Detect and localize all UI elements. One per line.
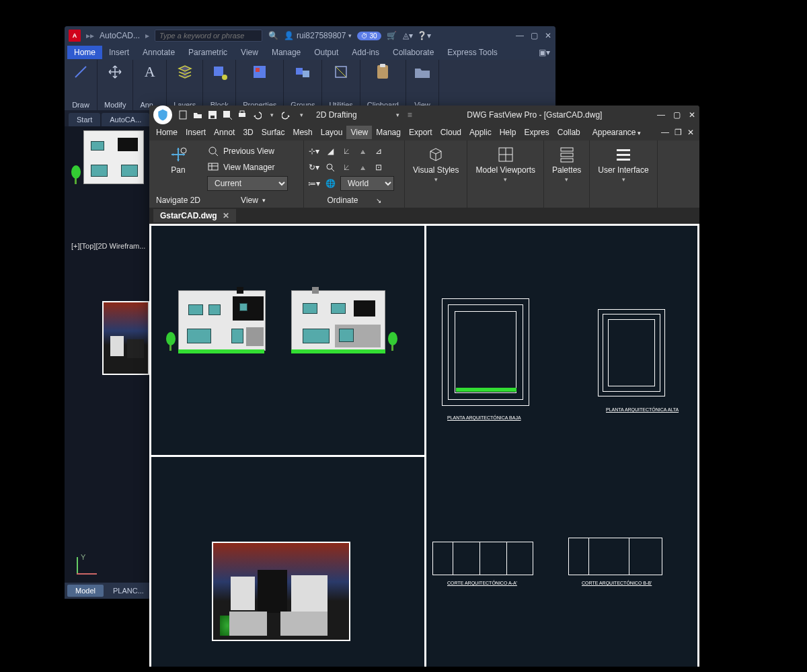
app-switcher-icon[interactable]: ◬▾ <box>403 30 414 41</box>
tab-manage[interactable]: Manage <box>265 46 307 59</box>
ucs-icon-s4[interactable]: ⟁ <box>356 145 369 157</box>
undo-icon[interactable] <box>252 110 262 120</box>
file-tab-drawing[interactable]: AutoCA... <box>102 113 149 126</box>
file-tab-start[interactable]: Start <box>69 113 100 126</box>
trial-badge[interactable]: ⏱ 30 <box>357 32 381 40</box>
tab-annotate[interactable]: Annotate <box>136 46 182 59</box>
maximize-button[interactable]: ▢ <box>673 110 681 120</box>
save-icon[interactable] <box>207 110 218 120</box>
viewport-divider-h[interactable] <box>151 455 424 457</box>
viewport-divider-v[interactable] <box>424 226 426 667</box>
tab-layout[interactable]: Layou <box>317 126 347 139</box>
tab-help[interactable]: Help <box>496 126 521 139</box>
ucs-icon-s3[interactable]: ⟀ <box>340 145 352 157</box>
user-account[interactable]: 👤 rui827589807 ▾ <box>284 31 352 40</box>
tab-collab[interactable]: Collab <box>553 126 584 139</box>
tab-view[interactable]: View <box>346 126 372 139</box>
tab-addins[interactable]: Add-ins <box>345 46 386 59</box>
layout-model[interactable]: Model <box>67 585 104 597</box>
ucs-select[interactable]: World <box>340 176 394 191</box>
autocad-titlebar[interactable]: A ▸▸ AutoCAD... ▸ 🔍 👤 rui827589807 ▾ ⏱ 3… <box>65 26 555 45</box>
ribbon-block[interactable]: Block <box>203 60 236 110</box>
ribbon-draw[interactable]: Draw <box>65 60 98 110</box>
ribbon-properties[interactable]: Properties <box>236 60 284 110</box>
ribbon-collapse-icon[interactable]: ▣▾ <box>539 48 550 57</box>
qat-customize-icon[interactable]: ≡ <box>408 110 412 120</box>
ucs-icon-s1[interactable]: ⊹▾ <box>308 145 320 157</box>
open-icon[interactable] <box>192 110 203 120</box>
mdi-minimize-icon[interactable]: — <box>661 128 669 137</box>
tab-home[interactable]: Home <box>152 126 182 139</box>
ucs-icon-s9[interactable]: ⊡ <box>373 161 385 173</box>
tab-manage[interactable]: Manag <box>372 126 405 139</box>
mdi-restore-icon[interactable]: ❐ <box>675 128 682 137</box>
ribbon-annotate[interactable]: AAnn... <box>133 60 167 110</box>
ui-button[interactable]: User Interface ▾ <box>594 143 652 184</box>
new-icon[interactable] <box>178 110 188 120</box>
panel-label-navigate[interactable]: Navigate 2D <box>153 194 203 206</box>
ucs-icon-s8[interactable]: ⟁ <box>356 161 369 173</box>
tab-insert[interactable]: Insert <box>102 46 136 59</box>
redo-icon[interactable] <box>281 110 292 120</box>
cart-icon[interactable]: 🛒 <box>387 30 397 41</box>
search-box[interactable] <box>155 30 262 42</box>
ucs-icon-s6[interactable]: ↻▾ <box>308 161 320 173</box>
pan-button[interactable]: Pan <box>153 143 203 176</box>
tab-applic[interactable]: Applic <box>465 126 496 139</box>
tab-insert[interactable]: Insert <box>182 126 210 139</box>
fastview-viewport[interactable]: PLANTA ARQUITECTÓNICA BAJA PLANTA ARQUIT… <box>149 224 699 667</box>
close-button[interactable]: ✕ <box>545 31 551 40</box>
ribbon-layers[interactable]: Layers <box>167 60 203 110</box>
maximize-button[interactable]: ▢ <box>531 31 538 40</box>
view-manager-button[interactable]: View Manager <box>223 163 275 172</box>
tab-express[interactable]: Expres <box>520 126 553 139</box>
ribbon-groups[interactable]: Groups <box>284 60 322 110</box>
viewport-label[interactable]: [+][Top][2D Wirefram... <box>71 242 145 250</box>
panel-label-view[interactable]: View▾ <box>207 194 299 206</box>
tab-parametric[interactable]: Parametric <box>182 46 234 59</box>
tab-export[interactable]: Export <box>405 126 436 139</box>
file-tab[interactable]: GstarCAD.dwg ✕ <box>153 209 236 222</box>
help-icon[interactable]: ❔▾ <box>419 30 430 41</box>
mdi-close-icon[interactable]: ✕ <box>687 128 694 137</box>
view-select[interactable]: Current <box>207 176 288 191</box>
palettes-button[interactable]: Palettes ▾ <box>548 143 585 184</box>
fastview-titlebar[interactable]: ▾ ▾ 2D Drafting ▾ ≡ DWG FastView Pro - [… <box>149 106 699 124</box>
close-tab-icon[interactable]: ✕ <box>223 211 229 220</box>
zoom-prev-icon[interactable] <box>207 145 219 157</box>
tab-appearance[interactable]: Appearance▾ <box>588 126 645 139</box>
undo-dropdown-icon[interactable]: ▾ <box>266 110 277 120</box>
minimize-button[interactable]: — <box>657 110 665 120</box>
tab-3d[interactable]: 3D <box>239 126 257 139</box>
ucs-icon-s2[interactable]: ◢ <box>324 145 336 157</box>
ucs-zoom-icon[interactable] <box>324 161 336 173</box>
saveas-icon[interactable] <box>222 110 233 120</box>
tab-output[interactable]: Output <box>307 46 345 59</box>
qat-arrow-icon[interactable]: ▸▸ <box>86 31 94 40</box>
ribbon-utilities[interactable]: Utilities <box>322 60 360 110</box>
tab-cloud[interactable]: Cloud <box>436 126 465 139</box>
tab-surface[interactable]: Surfac <box>258 126 289 139</box>
ribbon-modify[interactable]: Modify <box>98 60 133 110</box>
redo-dropdown-icon[interactable]: ▾ <box>296 110 307 120</box>
model-viewports-button[interactable]: Model Viewports ▾ <box>471 143 539 184</box>
tab-express[interactable]: Express Tools <box>440 46 504 59</box>
tab-annot[interactable]: Annot <box>210 126 239 139</box>
ucs-icon-s5[interactable]: ⊿ <box>373 145 385 157</box>
close-button[interactable]: ✕ <box>689 110 695 120</box>
print-icon[interactable] <box>237 110 247 120</box>
ribbon-view[interactable]: View <box>406 60 439 110</box>
minimize-button[interactable]: — <box>516 31 524 40</box>
search-input[interactable] <box>155 30 262 42</box>
layout-planc[interactable]: PLANC... <box>105 585 152 597</box>
tab-mesh[interactable]: Mesh <box>289 126 316 139</box>
ucs-icon-s7[interactable]: ⟀ <box>340 161 352 173</box>
ribbon-clipboard[interactable]: Clipboard <box>360 60 406 110</box>
search-icon[interactable]: 🔍 <box>268 30 278 41</box>
visual-styles-button[interactable]: Visual Styles ▾ <box>409 143 463 184</box>
ucs-list-icon[interactable]: ≔▾ <box>308 177 320 190</box>
tab-home[interactable]: Home <box>67 46 102 59</box>
panel-label-ordinate[interactable]: Ordinate↘ <box>308 194 400 206</box>
view-manager-icon[interactable] <box>207 161 219 173</box>
tab-view[interactable]: View <box>234 46 265 59</box>
